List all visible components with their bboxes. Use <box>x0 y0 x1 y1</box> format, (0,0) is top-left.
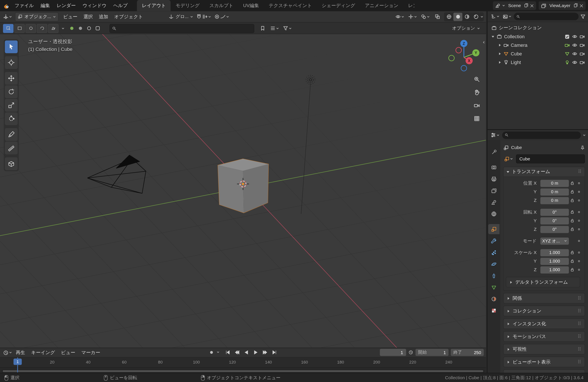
animate-dot-icon[interactable] <box>576 239 582 243</box>
menu-render[interactable]: レンダー <box>53 0 79 11</box>
section-collections[interactable]: コレクション <box>503 306 585 316</box>
tab-modifiers[interactable] <box>488 236 500 246</box>
gizmo-neg-y-axis[interactable] <box>449 55 454 61</box>
scene-selector[interactable]: Scene <box>493 1 536 10</box>
zoom-icon[interactable] <box>474 76 480 82</box>
shading-material-button[interactable] <box>462 12 471 21</box>
section-relations[interactable]: 関係 <box>503 293 585 304</box>
animate-dot-icon[interactable] <box>576 227 582 231</box>
tab-material[interactable] <box>488 294 500 304</box>
outliner-row-light[interactable]: Light <box>487 58 588 67</box>
render-visibility-icon[interactable] <box>579 59 585 65</box>
panel-drag-dots-icon[interactable] <box>577 321 582 326</box>
properties-editor-type-button[interactable] <box>490 132 500 138</box>
menu-view-timeline[interactable]: ビュー <box>58 348 78 357</box>
tab-sculpting[interactable]: スカルプト <box>205 0 238 11</box>
select-tweak-button[interactable] <box>3 24 14 33</box>
rotation-x-field[interactable]: 0° <box>540 209 569 216</box>
next-keyframe-button[interactable] <box>261 348 270 356</box>
animate-dot-icon[interactable] <box>576 181 582 185</box>
section-line-art[interactable]: ラインアート <box>503 369 585 373</box>
panel-drag-dots-icon[interactable] <box>577 295 582 301</box>
auto-keying-button[interactable] <box>207 348 216 356</box>
scale-y-field[interactable]: 1.000 <box>540 258 569 265</box>
close-icon[interactable] <box>530 4 534 8</box>
proportional-edit-controls[interactable] <box>213 14 230 19</box>
jump-to-end-button[interactable] <box>270 348 279 356</box>
breadcrumb-object-name[interactable]: Cube <box>511 145 522 150</box>
rotation-mode-dropdown[interactable]: XYZ オ... <box>540 237 569 244</box>
scale-z-field[interactable]: 1.000 <box>540 266 569 273</box>
menu-marker[interactable]: マーカー <box>78 348 103 357</box>
menu-file[interactable]: ファイル <box>11 0 37 11</box>
select-box-button[interactable] <box>14 24 25 33</box>
cube-object[interactable] <box>218 159 269 213</box>
lock-open-icon[interactable] <box>569 190 576 194</box>
shading-solid-button[interactable] <box>453 12 462 21</box>
panel-drag-dots-icon[interactable] <box>577 169 582 174</box>
shading-rendered-button[interactable] <box>471 12 480 21</box>
play-reverse-button[interactable] <box>242 348 251 356</box>
measure-tool[interactable] <box>5 142 18 154</box>
select-lasso-button[interactable] <box>37 24 47 33</box>
tab-render[interactable] <box>488 162 500 172</box>
timeline-editor-type-button[interactable] <box>2 350 13 355</box>
object-origin-dot[interactable] <box>242 183 244 185</box>
camera-data-icon[interactable] <box>564 42 570 48</box>
gizmos-dropdown[interactable] <box>407 14 418 19</box>
lock-open-icon[interactable] <box>569 250 576 255</box>
disclosure-collapsed-icon[interactable] <box>498 43 501 47</box>
tab-rendering[interactable]: レンダリング <box>403 0 414 11</box>
transform-panel-header[interactable]: トランスフォーム <box>504 167 585 176</box>
outliner-display-mode-button[interactable] <box>502 14 512 19</box>
select-circle-button[interactable] <box>26 24 36 33</box>
eye-icon[interactable] <box>572 59 577 65</box>
remove-viewlayer-icon[interactable] <box>579 4 584 8</box>
transform-tool[interactable] <box>5 112 18 125</box>
filter-dropdown[interactable] <box>282 26 293 31</box>
section-motion-paths[interactable]: モーションパス <box>503 331 585 342</box>
animate-dot-icon[interactable] <box>576 259 582 263</box>
menu-help[interactable]: ヘルプ <box>110 0 131 11</box>
eye-icon[interactable] <box>572 51 577 57</box>
lock-open-icon[interactable] <box>569 259 576 264</box>
tool-search[interactable] <box>110 24 254 33</box>
tab-texture-paint[interactable]: テクスチャペイント <box>264 0 317 11</box>
frame-end-field[interactable]: 終了 250 <box>451 349 484 356</box>
scale-tool[interactable] <box>5 99 18 112</box>
viewlayer-selector[interactable]: ViewLayer <box>539 1 586 10</box>
checkbox-checked-icon[interactable] <box>564 34 570 39</box>
section-viewport-display[interactable]: ビューポート表示 <box>503 357 585 367</box>
rotation-z-field[interactable]: 0° <box>540 226 569 233</box>
tool-option-icon-4[interactable] <box>95 26 100 31</box>
eye-icon[interactable] <box>572 42 577 48</box>
object-id-dropdown[interactable] <box>503 156 514 162</box>
play-button[interactable] <box>252 348 260 356</box>
overlays-dropdown[interactable] <box>420 14 430 19</box>
annotate-tool[interactable] <box>5 128 18 141</box>
transform-orientation-dropdown[interactable]: グロ... <box>168 14 194 20</box>
editor-type-button[interactable] <box>2 14 13 19</box>
chevron-down-icon[interactable] <box>62 27 64 30</box>
eye-icon[interactable] <box>572 34 577 39</box>
chevron-down-icon[interactable] <box>583 134 586 136</box>
render-visibility-icon[interactable] <box>579 34 585 39</box>
tab-modeling[interactable]: モデリング <box>171 0 205 11</box>
lock-open-icon[interactable] <box>569 218 576 223</box>
tool-option-icon-3[interactable] <box>86 26 92 31</box>
section-delta-transform[interactable]: デルタトランスフォーム <box>506 277 580 287</box>
playhead-badge[interactable]: 1 <box>14 359 22 365</box>
scrollbar-thumb[interactable] <box>2 370 483 372</box>
blender-logo-icon[interactable] <box>2 1 11 10</box>
animate-dot-icon[interactable] <box>576 219 582 222</box>
tab-world[interactable] <box>488 209 500 219</box>
lock-open-icon[interactable] <box>569 210 576 214</box>
menu-edit[interactable]: 編集 <box>37 0 53 11</box>
tab-layout[interactable]: レイアウト <box>137 0 171 11</box>
animate-dot-icon[interactable] <box>576 199 582 202</box>
display-mode-dropdown[interactable] <box>269 26 280 31</box>
render-visibility-icon[interactable] <box>579 51 585 57</box>
new-viewlayer-icon[interactable] <box>573 3 578 8</box>
disclosure-collapsed-icon[interactable] <box>498 52 501 56</box>
rotation-y-field[interactable]: 0° <box>540 217 569 224</box>
